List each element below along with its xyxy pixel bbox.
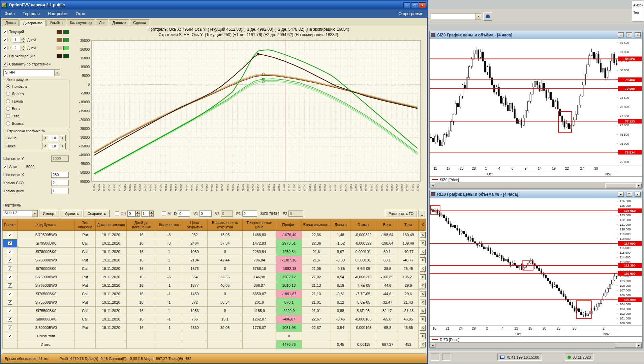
spin-up-icon[interactable] <box>21 45 25 48</box>
column-header[interactable]: X <box>419 219 426 231</box>
remove-row-button[interactable]: X <box>420 266 426 272</box>
sko-count-input[interactable] <box>51 180 69 186</box>
radio-icon[interactable] <box>6 84 10 88</box>
dh-value-2[interactable] <box>141 211 149 217</box>
menu-item-2[interactable]: Торговля <box>19 10 44 18</box>
strategy-select[interactable]: Si HH <box>3 69 60 76</box>
minimize-button[interactable] <box>403 2 410 8</box>
tab-Лог[interactable]: Лог <box>96 19 108 26</box>
row-check-cell[interactable] <box>3 231 18 239</box>
radio-icon[interactable] <box>6 121 10 125</box>
column-header[interactable]: Код бумаги <box>18 219 75 231</box>
draw-option-Дельта[interactable]: Дельта <box>5 90 67 97</box>
row-check-cell[interactable] <box>3 239 18 248</box>
table-row[interactable]: FixedProfit0X <box>3 332 426 340</box>
remove-row-button[interactable]: X <box>420 291 426 297</box>
column-header[interactable]: Количество <box>156 219 182 231</box>
v1-input[interactable] <box>200 211 212 217</box>
table-row[interactable]: Итого:4470,760,45-0,00115-697,27482X <box>3 340 426 349</box>
row-checkbox[interactable] <box>8 283 12 288</box>
above-input[interactable] <box>49 135 59 141</box>
menu-item-1[interactable]: Файл <box>1 10 19 18</box>
chevron-down-icon[interactable] <box>54 70 60 76</box>
row-check-cell[interactable] <box>3 256 18 264</box>
column-header[interactable]: Дней до погашения <box>127 219 156 231</box>
table-row[interactable]: Si78000BK0Call19.11.2020161103002280,841… <box>3 248 426 256</box>
day2-spinner[interactable] <box>13 45 25 51</box>
tab-Диаграмма[interactable]: Диаграмма <box>20 19 45 26</box>
draw-option-Вега[interactable]: Вега <box>5 105 67 112</box>
scroll-left-icon[interactable] <box>430 343 435 348</box>
maximize-button[interactable] <box>626 192 632 197</box>
day2-input[interactable] <box>13 45 21 51</box>
column-header[interactable]: Тип опциона <box>75 219 96 231</box>
table-row[interactable]: Si76500BW0Put19.11.202016-1137740,05366,… <box>3 281 426 290</box>
radio-icon[interactable] <box>6 107 10 111</box>
below-dec-button[interactable]: < <box>42 143 48 149</box>
delete-button[interactable]: Удалить <box>61 210 82 217</box>
tab-Сделки[interactable]: Сделки <box>130 19 149 26</box>
spin-up-icon[interactable] <box>135 211 140 214</box>
radio-icon[interactable] <box>6 114 10 118</box>
day1-input[interactable] <box>13 37 21 43</box>
tab-Улыбка[interactable]: Улыбка <box>47 19 66 26</box>
remove-row-button[interactable]: X <box>420 241 426 246</box>
table-row[interactable]: Si80000BW0Put19.11.202016-1286039,051778… <box>3 324 426 332</box>
remove-row-button[interactable]: X <box>420 257 426 263</box>
table-row[interactable]: Si76500BK0Call19.11.202016-1145903350,87… <box>3 290 426 298</box>
above-dec-button[interactable]: < <box>42 135 48 141</box>
above-inc-button[interactable]: > <box>60 135 66 141</box>
siz0-price-chart[interactable]: 81 50081 00080 50080 00079 50079 00078 5… <box>430 39 642 176</box>
remove-row-button[interactable]: X <box>420 274 426 280</box>
riz0-scrollbar[interactable] <box>430 342 642 348</box>
row-checkbox[interactable] <box>8 275 12 279</box>
table-row[interactable]: Si75000BW0Put19.11.202016-656432,35146,9… <box>3 273 426 281</box>
row-checkbox[interactable] <box>8 267 12 271</box>
day1-spinner[interactable] <box>13 37 25 43</box>
scroll-right-icon[interactable] <box>636 183 642 188</box>
minimize-button[interactable] <box>618 32 624 37</box>
row-check-cell[interactable] <box>3 248 18 256</box>
draw-option-Гамма[interactable]: Гамма <box>5 97 67 105</box>
spin-down-icon[interactable] <box>21 40 25 43</box>
import-button[interactable]: Импорт <box>39 210 59 217</box>
table-row[interactable]: Si75500BW0Put19.11.202016-187236,34201,9… <box>3 298 426 307</box>
row-checkbox[interactable] <box>8 241 12 246</box>
remove-row-button[interactable]: X <box>420 249 426 255</box>
d-input[interactable] <box>178 211 190 217</box>
table-row[interactable]: Si79500BK0Call19.11.202016-3246437,34147… <box>3 239 426 248</box>
draw-option-Тета[interactable]: Тета <box>5 112 67 120</box>
remove-row-button[interactable]: X <box>420 232 426 238</box>
column-header[interactable]: Гамма <box>350 219 376 231</box>
column-header[interactable]: Волатильность открытия <box>208 219 243 231</box>
grid-y-input[interactable] <box>51 156 69 162</box>
column-header[interactable]: Профит <box>276 219 302 231</box>
m-checkbox[interactable] <box>162 212 166 216</box>
plus1-checkbox[interactable] <box>3 38 7 42</box>
scroll-thumb[interactable] <box>605 183 636 188</box>
remove-row-button[interactable]: X <box>420 283 426 288</box>
remove-row-button[interactable]: X <box>420 333 426 339</box>
spin-down-icon[interactable] <box>135 214 140 217</box>
dh-spinner-2[interactable] <box>141 211 154 217</box>
column-header[interactable]: Теоретическая цена <box>243 219 276 231</box>
dh-spinner-1[interactable] <box>127 211 140 217</box>
tab-Калькулятор[interactable]: Калькулятор <box>67 19 95 26</box>
radio-icon[interactable] <box>6 92 10 96</box>
riz0-window-titlebar[interactable]: RIZ0 График цены и объёма #8 - [4 часа] <box>430 190 642 198</box>
column-header[interactable]: Цена открытия <box>182 219 208 231</box>
row-check-cell[interactable] <box>3 340 18 349</box>
grid-x-input[interactable] <box>51 172 69 178</box>
user-tool-button[interactable] <box>483 12 492 21</box>
row-checkbox[interactable] <box>8 309 12 313</box>
siz0-window-titlebar[interactable]: SiZ0 График цены и объёма - [4 часа] <box>430 31 642 39</box>
row-check-cell[interactable] <box>3 264 18 273</box>
menu-item-3[interactable]: Настройки <box>44 10 72 18</box>
row-check-cell[interactable] <box>3 315 18 324</box>
menu-about[interactable]: О программе <box>395 10 427 18</box>
remove-row-button[interactable]: X <box>420 316 426 322</box>
maximize-button[interactable] <box>626 32 632 37</box>
row-check-cell[interactable] <box>3 307 18 315</box>
row-checkbox[interactable] <box>8 317 12 321</box>
column-header[interactable]: Дельта <box>331 219 350 231</box>
